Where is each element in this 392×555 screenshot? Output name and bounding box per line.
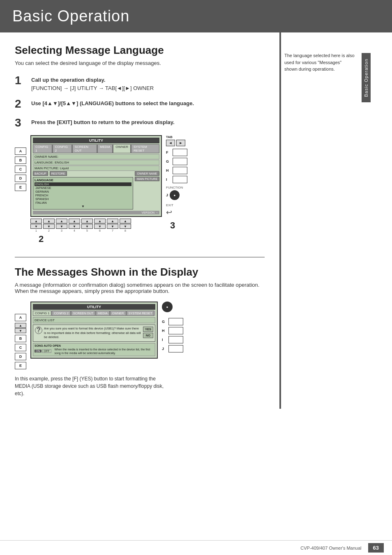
btn2-e[interactable]: E	[15, 362, 26, 369]
off-btn[interactable]: OFF	[42, 349, 51, 353]
btn-b[interactable]: B	[15, 157, 26, 164]
tab-systemreset[interactable]: SYSTEM RESET	[131, 144, 159, 153]
btn-up-8[interactable]: ▲	[120, 219, 131, 223]
btn-down-7[interactable]: ▼	[107, 224, 118, 229]
btn-e[interactable]: E	[15, 184, 26, 191]
btn2-b[interactable]: B	[15, 335, 26, 342]
btn-down-4[interactable]: ▼	[69, 224, 80, 229]
label-g: G	[166, 159, 171, 164]
btn2-d[interactable]: D	[15, 353, 26, 360]
btn2-i[interactable]	[168, 336, 183, 343]
btn-up-7[interactable]: ▲	[107, 219, 118, 223]
tab-config2[interactable]: CONFIG 2	[53, 144, 72, 153]
song-auto-label: SONG AUTO OPEN	[35, 344, 154, 347]
btn-a[interactable]: A	[15, 147, 26, 155]
btn-down-5[interactable]: ▼	[81, 224, 93, 229]
tab-owner[interactable]: OWNER	[113, 144, 131, 153]
tab2-media[interactable]: MEDIA	[96, 311, 110, 316]
on-btn[interactable]: ON	[35, 350, 42, 352]
btn-i[interactable]	[173, 176, 187, 183]
song-auto-desc: When the media is inserted to the device…	[55, 348, 154, 355]
tab-config1[interactable]: CONFIG 1	[33, 144, 52, 153]
function-circle[interactable]: ●	[170, 190, 180, 200]
yes-button[interactable]: YES	[143, 327, 153, 332]
btn2-c[interactable]: C	[15, 344, 26, 351]
btn-up-4[interactable]: ▲	[69, 219, 80, 223]
lang-italian[interactable]: ITALIAN	[35, 201, 131, 205]
section1-title: Selecting Message Language	[15, 44, 265, 57]
tab-media[interactable]: MEDIA	[97, 144, 113, 153]
btn-f[interactable]	[173, 149, 187, 156]
question-icon: ?	[35, 327, 42, 334]
section2-subtitle: A message (information or confirmation d…	[15, 282, 265, 294]
num-label-2: 2	[48, 229, 50, 232]
language-field: LANGUAGE: ENGLISH	[33, 160, 159, 165]
exit-label: EXIT	[166, 203, 173, 207]
song-auto-open: SONG AUTO OPEN ON OFF When the media is …	[33, 343, 155, 356]
language-dropdown[interactable]: LANGUAGE ENGLISH JAPANESE GERMAN FRENCH …	[33, 177, 133, 210]
tab-screenout[interactable]: SCREEN OUT	[72, 144, 97, 153]
main-picture-btn[interactable]: MAIN PICTURE	[135, 177, 159, 181]
btn-d[interactable]: D	[15, 175, 26, 182]
tab-label: TAB	[166, 135, 173, 139]
device-list: DEVICE LIST	[33, 317, 155, 323]
lang-english[interactable]: ENGLISH	[35, 182, 131, 186]
lang-german[interactable]: GERMAN	[35, 190, 131, 193]
num-label-7: 7	[112, 229, 113, 232]
num-label-6: 6	[99, 229, 101, 232]
num-label-8: 8	[125, 229, 126, 232]
left-labels: A B C D E	[15, 147, 26, 191]
btn-h[interactable]	[173, 167, 187, 174]
btn2-j[interactable]	[168, 345, 183, 352]
page-footer: CVP-409/407 Owner's Manual 63	[0, 540, 392, 555]
caption-text: In this example, press the [F] (YES) but…	[15, 375, 171, 397]
backup-btn[interactable]: BACKUP	[33, 171, 48, 176]
step3-bold: Press the [EXIT] button to return to the…	[31, 119, 175, 125]
restore-btn[interactable]: RESTORE	[50, 171, 67, 176]
lcd-right-btns: OWNER NAME MAIN PICTURE	[135, 171, 159, 181]
tab-right-btn[interactable]: ►	[176, 140, 185, 146]
btn-up-3[interactable]: ▲	[56, 219, 67, 223]
btn-row-h: H	[166, 167, 187, 174]
lang-french[interactable]: FRENCH	[35, 193, 131, 197]
function-label: FUNCTION	[166, 186, 183, 189]
btn2-h[interactable]	[168, 327, 183, 334]
exit-arrow-icon[interactable]: ↩	[166, 208, 173, 217]
section-divider	[15, 257, 265, 258]
owner-name-btn[interactable]: OWNER NAME	[135, 171, 159, 176]
scroll-down[interactable]: ▼	[15, 328, 26, 333]
lang-spanish[interactable]: SPANISH	[35, 197, 131, 201]
lang-japanese[interactable]: JAPANESE	[35, 186, 131, 190]
btn-down-3[interactable]: ▼	[56, 224, 67, 229]
tab2-config1[interactable]: CONFIG 1	[33, 311, 51, 316]
step3-text: Press the [EXIT] button to return to the…	[31, 116, 175, 127]
btn-up-5[interactable]: ▲	[81, 219, 93, 223]
no-button[interactable]: NO	[143, 333, 153, 338]
btn-up-6[interactable]: ▲	[94, 219, 106, 223]
btn-down-1[interactable]: ▼	[30, 224, 42, 229]
step-3: 3 Press the [EXIT] button to return to t…	[15, 116, 265, 130]
dialog-box: ? Are you sure you want to format this d…	[33, 325, 155, 342]
tab2-systemreset[interactable]: SYSTEM RESET	[127, 311, 154, 316]
btn-up-1[interactable]: ▲	[30, 219, 42, 223]
btn-up-2[interactable]: ▲	[43, 219, 55, 223]
btn-down-8[interactable]: ▼	[120, 224, 131, 229]
num-label-5: 5	[86, 229, 88, 232]
btn2-g[interactable]	[168, 318, 183, 325]
btn2-a[interactable]: A	[15, 314, 26, 321]
num-label-1: 1	[35, 229, 37, 232]
tab2-screenout[interactable]: SCREEN OUT	[71, 311, 95, 316]
tab2-config2[interactable]: CONFIG 2	[52, 311, 70, 316]
function-circle-2[interactable]: ●	[162, 302, 173, 312]
tab-left-btn[interactable]: ◄	[166, 140, 175, 146]
btn-down-6[interactable]: ▼	[94, 224, 106, 229]
btn-g[interactable]	[173, 158, 187, 165]
btn-down-2[interactable]: ▼	[43, 224, 55, 229]
btn-c[interactable]: C	[15, 166, 26, 173]
exit-area: EXIT ↩	[166, 203, 173, 217]
num-btn-1: ▲ ▼ 1	[30, 219, 42, 232]
label-i: I	[166, 177, 171, 182]
scroll-up[interactable]: ▲	[15, 323, 26, 328]
btn2-row-i: I	[162, 336, 183, 343]
tab2-owner[interactable]: OWNER	[110, 311, 126, 316]
